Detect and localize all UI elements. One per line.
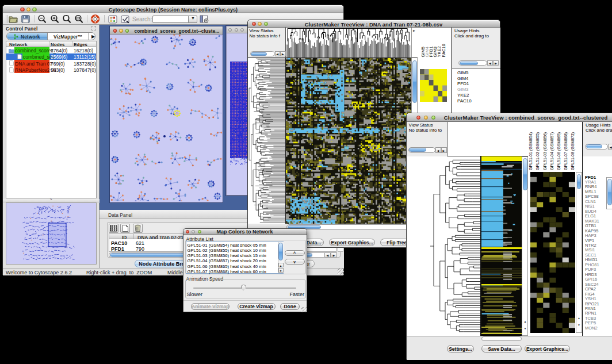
svg-text:PAC10: PAC10 (441, 44, 446, 57)
svg-text:GPL51-08 (GSM872): GPL51-08 (GSM872) (571, 132, 575, 170)
svg-text:GPL51-06 (GSM865): GPL51-06 (GSM865) (557, 132, 561, 170)
svg-text:GPL51-07 (GSM868): GPL51-07 (GSM868) (564, 132, 568, 170)
svg-text:GPL51-02 (GSM855): GPL51-02 (GSM855) (536, 132, 540, 170)
svg-text:GPL51-03 (GSM856): GPL51-03 (GSM856) (543, 132, 548, 170)
svg-text:GPL51-01 (GSM854): GPL51-01 (GSM854) (529, 132, 533, 170)
svg-text:GPL51-04 (GSM857): GPL51-04 (GSM857) (550, 132, 554, 170)
